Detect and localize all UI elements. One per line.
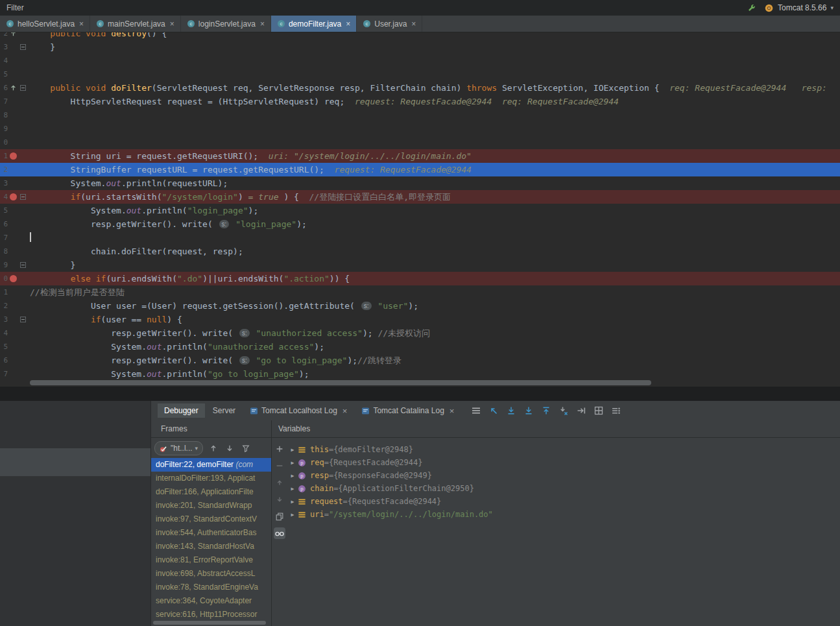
code-line[interactable]: 4 resp.getWriter(). write( s: "unauthori… (0, 326, 840, 340)
thread-selector[interactable]: "ht..l... ▾ (154, 441, 203, 455)
fold-icon[interactable] (20, 262, 26, 268)
variable-row[interactable]: ▶this = {demoFilter@2948} (287, 443, 840, 456)
code-line[interactable]: 7 (0, 231, 840, 245)
code-line[interactable]: 4 if(uri.startsWith("/system/login") = t… (0, 190, 840, 204)
stack-frame[interactable]: service:364, CoyoteAdapter (151, 594, 271, 608)
editor-tab[interactable]: cmainServlet.java× (90, 16, 181, 32)
code-line[interactable]: 1//检测当前用户是否登陆 (0, 285, 840, 299)
code-line[interactable]: 3 if(user == null) { (0, 313, 840, 326)
breakpoint-icon[interactable] (10, 275, 17, 282)
mute-icon[interactable] (558, 405, 569, 416)
code-line[interactable]: 2 public void destroy() { (0, 32, 840, 40)
upload-icon[interactable] (541, 405, 551, 416)
close-icon[interactable]: × (346, 19, 350, 29)
close-icon[interactable]: × (450, 406, 455, 416)
wrench-icon[interactable] (747, 3, 756, 13)
code-line[interactable]: 7 HttpServletRequest request = (HttpServ… (0, 95, 840, 108)
close-icon[interactable]: × (260, 19, 265, 29)
restore-layout-icon[interactable] (488, 405, 499, 416)
filter-icon[interactable] (241, 444, 250, 453)
stack-frame[interactable]: doFilter:22, demoFilter (com (151, 458, 271, 472)
remove-watch-icon[interactable] (274, 460, 285, 472)
close-icon[interactable]: × (170, 19, 174, 29)
stack-frame[interactable]: invoke:698, AbstractAccessL (151, 567, 271, 581)
code-line[interactable]: 0 else if(uri.endsWith(".do")||uri.endsW… (0, 272, 840, 285)
layout-grid-icon[interactable] (594, 405, 604, 416)
implement-icon[interactable] (10, 32, 17, 37)
stack-frame[interactable]: invoke:544, AuthenticatorBas (151, 526, 271, 540)
debug-tab[interactable]: Debugger (158, 403, 205, 418)
code-line[interactable]: 3 } (0, 40, 840, 54)
variable-row[interactable]: ▶pchain = {ApplicationFilterChain@2950} (287, 482, 840, 495)
frame-up-icon[interactable] (209, 444, 218, 453)
tree-expand-icon[interactable]: ▶ (287, 486, 298, 492)
variable-row[interactable]: ▶uri = "/system/login/../../login/main.d… (287, 508, 840, 521)
debug-tab[interactable]: Tomcat Catalina Log× (355, 403, 461, 418)
variable-row[interactable]: ▶presp = {ResponseFacade@2949} (287, 469, 840, 482)
stack-frame[interactable]: invoke:81, ErrorReportValve (151, 553, 271, 567)
variable-row[interactable]: ▶preq = {RequestFacade@2944} (287, 456, 840, 469)
code-line[interactable]: 3 System.out.println(requestURL); (0, 176, 840, 190)
move-up-icon[interactable] (274, 477, 285, 488)
editor-tab[interactable]: cdemoFilter.java× (271, 16, 357, 32)
editor-tab[interactable]: cloginServlet.java× (181, 16, 271, 32)
code-line[interactable]: 1 String uri = request.getRequestURI(); … (0, 149, 840, 163)
editor-tab[interactable]: chelloServlet.java× (0, 16, 90, 32)
menu-icon[interactable] (471, 405, 481, 416)
code-line[interactable]: 9 (0, 122, 840, 136)
code-line[interactable]: 4 (0, 54, 840, 67)
stack-frame[interactable]: doFilter:166, ApplicationFilte (151, 485, 271, 499)
debug-tab[interactable]: Server (206, 403, 242, 418)
close-icon[interactable]: × (342, 406, 348, 416)
code-line[interactable]: 7 System.out.println("go to login_page")… (0, 367, 840, 381)
code-line[interactable]: 2 User user =(User) request.getSession()… (0, 299, 840, 313)
watches-glasses-icon[interactable] (274, 527, 285, 539)
code-line[interactable]: 6 resp.getWriter(). write( s: "go to log… (0, 354, 840, 367)
code-line[interactable]: 5 (0, 67, 840, 81)
implement-icon[interactable] (10, 84, 17, 91)
download-icon[interactable] (523, 405, 534, 416)
close-icon[interactable]: × (411, 19, 416, 29)
frames-horizontal-scrollbar[interactable] (153, 621, 266, 625)
code-line[interactable]: 5 System.out.println("unauthorized acces… (0, 340, 840, 354)
debug-left-selection[interactable] (0, 448, 150, 476)
run-to-cursor-icon[interactable] (576, 405, 586, 416)
scroll-to-end-icon[interactable] (506, 405, 516, 416)
variable-row[interactable]: ▶request = {RequestFacade@2944} (287, 495, 840, 508)
breakpoint-icon[interactable] (10, 152, 17, 160)
stack-frame[interactable]: invoke:78, StandardEngineVa (151, 581, 271, 594)
code-line[interactable]: 8 chain.doFilter(request, resp); (0, 245, 840, 258)
tree-expand-icon[interactable]: ▶ (287, 473, 298, 479)
view-options-icon[interactable] (611, 405, 621, 416)
move-down-icon[interactable] (274, 494, 285, 505)
tree-expand-icon[interactable]: ▶ (287, 447, 298, 453)
stack-frame[interactable]: internalDoFilter:193, Applicat (151, 472, 271, 485)
stack-frame[interactable]: invoke:201, StandardWrapp (151, 499, 271, 512)
code-line[interactable]: 9 } (0, 258, 840, 272)
stack-frame[interactable]: invoke:143, StandardHostVa (151, 540, 271, 553)
code-editor[interactable]: 2 public void destroy() {3 }456 public v… (0, 32, 840, 387)
code-line[interactable]: 6 resp.getWriter(). write( s: "login_pag… (0, 217, 840, 231)
tree-expand-icon[interactable]: ▶ (287, 512, 298, 518)
code-line[interactable]: 5 System.out.println("login_page"); (0, 204, 840, 217)
debug-tab[interactable]: Tomcat Localhost Log× (243, 403, 354, 418)
fold-icon[interactable] (20, 317, 26, 322)
stack-frame[interactable]: invoke:97, StandardContextV (151, 512, 271, 526)
code-line[interactable]: 6 public void doFilter(ServletRequest re… (0, 81, 840, 95)
tree-expand-icon[interactable]: ▶ (287, 460, 298, 466)
breakpoint-icon[interactable] (10, 193, 17, 200)
duplicate-icon[interactable] (274, 511, 285, 522)
code-line[interactable]: 0 (0, 136, 840, 149)
tree-expand-icon[interactable]: ▶ (287, 499, 298, 505)
stack-frame[interactable]: service:616, Http11Processor (151, 608, 271, 620)
add-watch-icon[interactable] (274, 443, 285, 455)
fold-icon[interactable] (20, 194, 26, 200)
editor-horizontal-scrollbar[interactable] (30, 380, 651, 385)
code-line[interactable]: 8 (0, 108, 840, 122)
editor-tab[interactable]: cUser.java× (357, 16, 422, 32)
fold-icon[interactable] (20, 44, 26, 50)
close-icon[interactable]: × (79, 19, 84, 29)
frame-down-icon[interactable] (225, 444, 234, 453)
run-config-selector[interactable]: Tomcat 8.5.66 ▾ (764, 3, 834, 13)
code-line[interactable]: 2 StringBuffer requestURL = request.getR… (0, 163, 840, 176)
